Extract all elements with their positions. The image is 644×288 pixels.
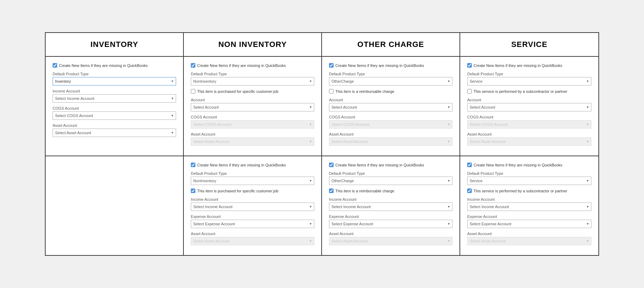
header-inventory: INVENTORY xyxy=(46,33,184,56)
oc-product-type-group: Default Product Type OtherCharge ▼ xyxy=(329,72,452,85)
oc2-product-type-group: Default Product Type OtherCharge ▼ xyxy=(329,171,452,185)
oc-product-type-select[interactable]: OtherCharge xyxy=(329,77,452,85)
ni2-asset-select-wrapper: Select Asset Account ▼ xyxy=(191,237,314,245)
svc-sub-checkbox[interactable] xyxy=(467,89,472,94)
create-new-items-checkbox-row: Create New Items if they are missing in … xyxy=(53,63,176,68)
oc-asset-label: Asset Account xyxy=(329,132,452,136)
svc2-create-items-checkbox[interactable] xyxy=(467,163,472,167)
ni2-product-type-select[interactable]: NonInventory xyxy=(191,177,314,185)
income-account-select[interactable]: Select Income Account xyxy=(53,94,176,103)
ni-product-type-select[interactable]: NonInventory xyxy=(191,77,314,85)
ni-create-items-checkbox[interactable] xyxy=(191,63,195,68)
oc2-sub-checkbox-label: This item is a reimbursable charge xyxy=(335,189,394,193)
svc2-asset-group: Asset Account Select Asset Account ▼ xyxy=(467,232,591,245)
header-non-inventory: NON INVENTORY xyxy=(184,33,322,56)
ni2-sub-checkbox[interactable] xyxy=(191,188,195,193)
cell-row2-non-inventory: Create New Items if they are missing in … xyxy=(184,156,322,255)
oc-asset-select: Select Asset Account xyxy=(329,137,452,146)
ni2-expense-group: Expense Account Select Expense Account ▼ xyxy=(191,214,314,228)
asset-account-select[interactable]: Select Asset Account xyxy=(53,129,176,137)
ni-asset-label: Asset Account xyxy=(191,132,314,136)
oc2-expense-select-wrapper: Select Expense Account ▼ xyxy=(329,220,452,228)
oc2-expense-label: Expense Account xyxy=(329,214,452,219)
svc-asset-group: Asset Account Select Asset Account ▼ xyxy=(467,132,591,146)
oc2-income-label: Income Account xyxy=(329,197,452,201)
asset-account-label: Asset Account xyxy=(53,123,176,128)
income-account-select-wrapper: Select Income Account ▼ xyxy=(53,94,176,103)
svc2-create-items-label: Create New Items if they are missing in … xyxy=(474,163,562,167)
svc2-income-select[interactable]: Select Income Account xyxy=(467,203,591,211)
svc-account-label: Account xyxy=(467,98,591,102)
ni2-create-items-checkbox[interactable] xyxy=(191,163,195,167)
content-rows: Create New Items if they are missing in … xyxy=(46,57,598,255)
ni-account-select[interactable]: Select Account xyxy=(191,103,314,111)
oc-account-select[interactable]: Select Account xyxy=(329,103,452,111)
product-type-group: Default Product Type Inventory ▼ xyxy=(53,72,176,85)
ni2-expense-label: Expense Account xyxy=(191,214,314,219)
oc-cogs-group: COGS Account Select COGS Account ▼ xyxy=(329,115,452,129)
oc2-sub-checkbox[interactable] xyxy=(329,188,334,193)
ni-asset-select-wrapper: Select Asset Account ▼ xyxy=(191,137,314,146)
ni2-expense-select[interactable]: Select Expense Account xyxy=(191,220,314,228)
svc2-expense-select[interactable]: Select Expense Account xyxy=(467,220,591,228)
svc-product-type-select[interactable]: Service xyxy=(467,77,591,85)
svc-cogs-select: Select COGS Account xyxy=(467,120,591,129)
ni-sub-checkbox[interactable] xyxy=(191,89,195,94)
ni2-asset-select: Select Asset Account xyxy=(191,237,314,245)
svc2-sub-checkbox[interactable] xyxy=(467,188,472,193)
svc-asset-select-wrapper: Select Asset Account ▼ xyxy=(467,137,591,146)
oc-asset-select-wrapper: Select Asset Account ▼ xyxy=(329,137,452,146)
svc-product-type-select-wrapper: Service ▼ xyxy=(467,77,591,85)
cell-row2-service: Create New Items if they are missing in … xyxy=(460,156,598,255)
svc-create-items-checkbox[interactable] xyxy=(467,63,472,68)
cell-row1-inventory: Create New Items if they are missing in … xyxy=(46,57,184,156)
oc2-create-items-checkbox[interactable] xyxy=(329,163,334,167)
svc-account-select-wrapper: Select Account ▼ xyxy=(467,103,591,111)
ni2-expense-select-wrapper: Select Expense Account ▼ xyxy=(191,220,314,228)
ni2-create-items-checkbox-row: Create New Items if they are missing in … xyxy=(191,163,314,167)
svc-asset-label: Asset Account xyxy=(467,132,591,136)
svc2-asset-select-wrapper: Select Asset Account ▼ xyxy=(467,237,591,245)
ni2-income-select[interactable]: Select Income Account xyxy=(191,203,314,211)
ni-account-group: Account Select Account ▼ xyxy=(191,98,314,111)
svc-account-group: Account Select Account ▼ xyxy=(467,98,591,111)
svc2-sub-checkbox-row: This service is performed by a subcontra… xyxy=(467,188,591,193)
oc2-expense-select[interactable]: Select Expense Account xyxy=(329,220,452,228)
cell-row1-other-charge: Create New Items if they are missing in … xyxy=(322,57,460,156)
oc-account-group: Account Select Account ▼ xyxy=(329,98,452,111)
oc-sub-checkbox-label: This item is a reimbursable charge xyxy=(335,89,394,94)
svc2-asset-select: Select Asset Account xyxy=(467,237,591,245)
svc2-asset-label: Asset Account xyxy=(467,232,591,236)
product-type-select[interactable]: Inventory xyxy=(53,77,176,85)
ni-asset-select: Select Asset Account xyxy=(191,137,314,146)
income-account-group: Income Account Select Income Account ▼ xyxy=(53,89,176,103)
ni2-income-label: Income Account xyxy=(191,197,314,201)
svc-asset-select: Select Asset Account xyxy=(467,137,591,146)
ni-cogs-select: Select COGS Account xyxy=(191,120,314,129)
ni-account-select-wrapper: Select Account ▼ xyxy=(191,103,314,111)
oc-account-label: Account xyxy=(329,98,452,102)
oc2-asset-label: Asset Account xyxy=(329,232,452,236)
svc-product-type-label: Default Product Type xyxy=(467,72,591,76)
oc-cogs-select: Select COGS Account xyxy=(329,120,452,129)
svc-sub-checkbox-label: This service is performed by a subcontra… xyxy=(474,89,567,94)
cogs-account-select[interactable]: Select COGS Account xyxy=(53,111,176,120)
oc-create-items-checkbox-row: Create New Items if they are missing in … xyxy=(329,63,452,68)
oc-create-items-checkbox[interactable] xyxy=(329,63,334,68)
cell-row2-inventory-empty xyxy=(46,156,184,255)
oc2-product-type-select[interactable]: OtherCharge xyxy=(329,177,452,185)
svc-account-select[interactable]: Select Account xyxy=(467,103,591,111)
cogs-account-label: COGS Account xyxy=(53,106,176,110)
ni2-product-type-label: Default Product Type xyxy=(191,171,314,176)
oc2-sub-checkbox-row: This item is a reimbursable charge xyxy=(329,188,452,193)
content-row-1: Create New Items if they are missing in … xyxy=(46,57,598,156)
oc-cogs-label: COGS Account xyxy=(329,115,452,119)
oc-sub-checkbox[interactable] xyxy=(329,89,334,94)
svc2-product-type-select[interactable]: Service xyxy=(467,177,591,185)
oc-account-select-wrapper: Select Account ▼ xyxy=(329,103,452,111)
asset-account-select-wrapper: Select Asset Account ▼ xyxy=(53,129,176,137)
header-other-charge: OTHER CHARGE xyxy=(322,33,460,56)
oc2-income-select[interactable]: Select Income Account xyxy=(329,203,452,211)
create-new-items-checkbox[interactable] xyxy=(53,63,57,68)
oc2-product-type-select-wrapper: OtherCharge ▼ xyxy=(329,177,452,185)
